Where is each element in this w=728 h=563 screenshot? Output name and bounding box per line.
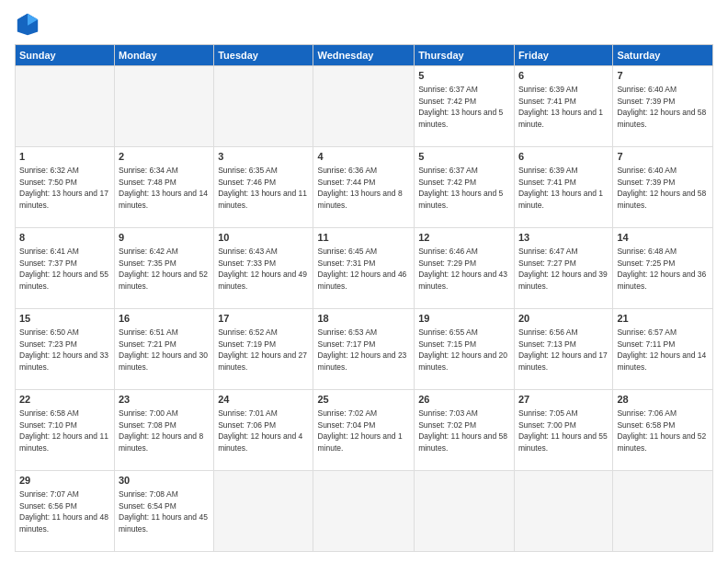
calendar-header-friday: Friday [514,45,612,66]
calendar-cell: 21Sunrise: 6:57 AMSunset: 7:11 PMDayligh… [613,309,713,390]
day-number: 6 [518,69,609,83]
calendar-cell: 13Sunrise: 6:47 AMSunset: 7:27 PMDayligh… [514,228,612,309]
day-number: 14 [617,231,709,245]
calendar-cell: 6Sunrise: 6:39 AMSunset: 7:41 PMDaylight… [514,147,612,228]
calendar-cell: 9Sunrise: 6:42 AMSunset: 7:35 PMDaylight… [115,228,214,309]
calendar-cell [415,471,515,552]
page: SundayMondayTuesdayWednesdayThursdayFrid… [0,0,728,563]
calendar-cell [16,66,115,147]
calendar-cell: 26Sunrise: 7:03 AMSunset: 7:02 PMDayligh… [415,390,515,471]
day-info: Sunrise: 6:57 AMSunset: 7:11 PMDaylight:… [617,327,706,372]
calendar-cell: 3Sunrise: 6:35 AMSunset: 7:46 PMDaylight… [214,147,313,228]
calendar-body: 5Sunrise: 6:37 AMSunset: 7:42 PMDaylight… [16,66,713,552]
header [15,11,713,37]
day-number: 20 [518,312,609,326]
calendar-week-4: 22Sunrise: 6:58 AMSunset: 7:10 PMDayligh… [16,390,713,471]
calendar-cell [613,471,713,552]
calendar-cell: 4Sunrise: 6:36 AMSunset: 7:44 PMDaylight… [313,147,415,228]
day-number: 5 [418,69,510,83]
calendar-cell: 7Sunrise: 6:40 AMSunset: 7:39 PMDaylight… [613,66,713,147]
day-info: Sunrise: 6:36 AMSunset: 7:44 PMDaylight:… [317,166,402,210]
day-info: Sunrise: 6:51 AMSunset: 7:21 PMDaylight:… [119,327,208,372]
day-number: 3 [218,150,309,164]
calendar-header-thursday: Thursday [415,45,515,66]
day-info: Sunrise: 6:32 AMSunset: 7:50 PMDaylight:… [19,166,108,210]
calendar-header-sunday: Sunday [16,45,115,66]
calendar-week-5: 29Sunrise: 7:07 AMSunset: 6:56 PMDayligh… [16,471,713,552]
day-number: 28 [617,393,709,407]
calendar-header-saturday: Saturday [613,45,713,66]
calendar-cell: 15Sunrise: 6:50 AMSunset: 7:23 PMDayligh… [16,309,115,390]
day-number: 6 [518,150,609,164]
day-info: Sunrise: 6:47 AMSunset: 7:27 PMDaylight:… [518,247,608,291]
calendar-cell: 5Sunrise: 6:37 AMSunset: 7:42 PMDaylight… [415,66,515,147]
calendar-cell: 24Sunrise: 7:01 AMSunset: 7:06 PMDayligh… [214,390,313,471]
day-number: 13 [518,231,609,245]
day-info: Sunrise: 6:37 AMSunset: 7:42 PMDaylight:… [418,166,503,210]
day-info: Sunrise: 7:00 AMSunset: 7:08 PMDaylight:… [119,408,203,453]
logo-icon [15,11,40,37]
day-info: Sunrise: 6:46 AMSunset: 7:29 PMDaylight:… [418,247,507,291]
day-info: Sunrise: 6:39 AMSunset: 7:41 PMDaylight:… [518,166,603,210]
calendar-cell: 11Sunrise: 6:45 AMSunset: 7:31 PMDayligh… [313,228,415,309]
calendar-cell: 20Sunrise: 6:56 AMSunset: 7:13 PMDayligh… [514,309,612,390]
calendar-cell [313,66,415,147]
logo [15,11,44,37]
day-number: 7 [617,150,709,164]
calendar-header-row: SundayMondayTuesdayWednesdayThursdayFrid… [16,45,713,66]
day-info: Sunrise: 6:52 AMSunset: 7:19 PMDaylight:… [218,327,307,372]
calendar-week-0: 5Sunrise: 6:37 AMSunset: 7:42 PMDaylight… [16,66,713,147]
calendar-header-wednesday: Wednesday [313,45,415,66]
day-number: 23 [119,393,210,407]
day-info: Sunrise: 6:37 AMSunset: 7:42 PMDaylight:… [418,85,503,129]
day-number: 16 [119,312,210,326]
calendar-cell [313,471,415,552]
calendar-cell: 23Sunrise: 7:00 AMSunset: 7:08 PMDayligh… [115,390,214,471]
calendar-cell: 12Sunrise: 6:46 AMSunset: 7:29 PMDayligh… [415,228,515,309]
day-number: 9 [119,231,210,245]
day-info: Sunrise: 7:01 AMSunset: 7:06 PMDaylight:… [218,408,302,453]
day-info: Sunrise: 7:05 AMSunset: 7:00 PMDaylight:… [518,408,608,453]
day-number: 12 [418,231,510,245]
day-number: 19 [418,312,510,326]
calendar-cell: 1Sunrise: 6:32 AMSunset: 7:50 PMDaylight… [16,147,115,228]
calendar-cell [214,66,313,147]
day-number: 24 [218,393,309,407]
calendar-cell: 18Sunrise: 6:53 AMSunset: 7:17 PMDayligh… [313,309,415,390]
calendar: SundayMondayTuesdayWednesdayThursdayFrid… [15,44,713,552]
calendar-cell: 2Sunrise: 6:34 AMSunset: 7:48 PMDaylight… [115,147,214,228]
day-number: 27 [518,393,609,407]
day-number: 11 [317,231,410,245]
day-info: Sunrise: 6:55 AMSunset: 7:15 PMDaylight:… [418,327,507,372]
calendar-cell [514,471,612,552]
day-number: 1 [19,150,110,164]
day-number: 29 [19,474,110,488]
day-number: 2 [119,150,210,164]
calendar-cell: 29Sunrise: 7:07 AMSunset: 6:56 PMDayligh… [16,471,115,552]
calendar-cell: 28Sunrise: 7:06 AMSunset: 6:58 PMDayligh… [613,390,713,471]
day-info: Sunrise: 6:53 AMSunset: 7:17 PMDaylight:… [317,327,406,372]
day-number: 17 [218,312,309,326]
day-info: Sunrise: 6:39 AMSunset: 7:41 PMDaylight:… [518,85,603,129]
day-info: Sunrise: 6:50 AMSunset: 7:23 PMDaylight:… [19,327,108,372]
day-info: Sunrise: 6:35 AMSunset: 7:46 PMDaylight:… [218,166,307,210]
day-number: 18 [317,312,410,326]
day-info: Sunrise: 6:43 AMSunset: 7:33 PMDaylight:… [218,247,307,291]
day-info: Sunrise: 6:34 AMSunset: 7:48 PMDaylight:… [119,166,208,210]
calendar-cell: 27Sunrise: 7:05 AMSunset: 7:00 PMDayligh… [514,390,612,471]
day-info: Sunrise: 6:41 AMSunset: 7:37 PMDaylight:… [19,247,108,291]
calendar-header-tuesday: Tuesday [214,45,313,66]
calendar-cell: 5Sunrise: 6:37 AMSunset: 7:42 PMDaylight… [415,147,515,228]
day-info: Sunrise: 6:45 AMSunset: 7:31 PMDaylight:… [317,247,406,291]
calendar-cell [214,471,313,552]
day-number: 15 [19,312,110,326]
day-number: 21 [617,312,709,326]
calendar-week-3: 15Sunrise: 6:50 AMSunset: 7:23 PMDayligh… [16,309,713,390]
day-number: 4 [317,150,410,164]
calendar-week-2: 8Sunrise: 6:41 AMSunset: 7:37 PMDaylight… [16,228,713,309]
day-info: Sunrise: 6:58 AMSunset: 7:10 PMDaylight:… [19,408,108,453]
day-info: Sunrise: 7:03 AMSunset: 7:02 PMDaylight:… [418,408,507,453]
day-number: 5 [418,150,510,164]
calendar-cell: 14Sunrise: 6:48 AMSunset: 7:25 PMDayligh… [613,228,713,309]
calendar-cell: 22Sunrise: 6:58 AMSunset: 7:10 PMDayligh… [16,390,115,471]
